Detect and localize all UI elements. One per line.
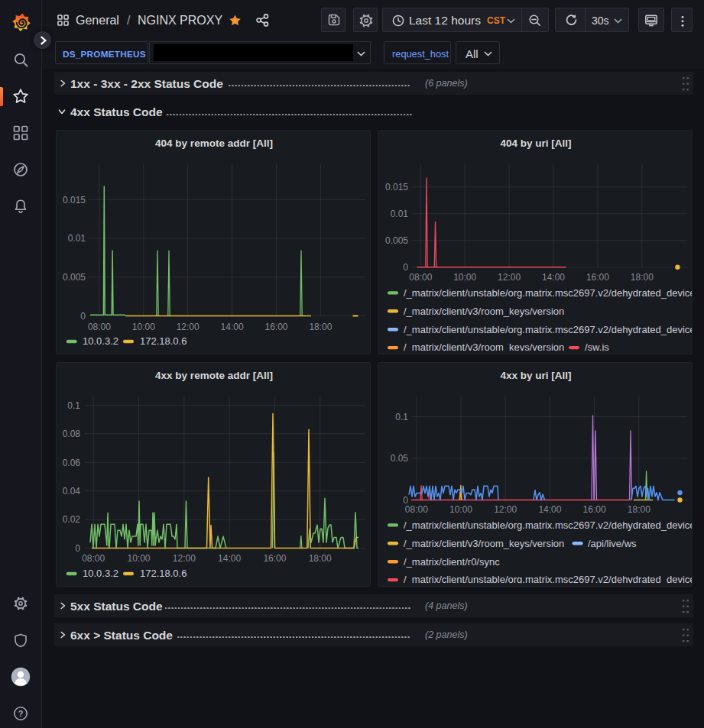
svg-text:/_matrix/client/r0/sync: /_matrix/client/r0/sync — [404, 556, 500, 568]
svg-text:18:00: 18:00 — [309, 322, 332, 332]
svg-text:0: 0 — [75, 543, 80, 554]
svg-text:/_matrix/client/v3/room_keys/v: /_matrix/client/v3/room_keys/version — [404, 538, 564, 549]
svg-text:0.05: 0.05 — [391, 453, 409, 464]
svg-text:10.0.3.2: 10.0.3.2 — [83, 335, 118, 347]
svg-text:10.0.3.2: 10.0.3.2 — [83, 568, 118, 579]
svg-text:0.01: 0.01 — [68, 233, 86, 244]
svg-text:/_matrix/client/unstable/org.m: /_matrix/client/unstable/org.matrix.msc2… — [404, 574, 693, 585]
svg-text:14:00: 14:00 — [218, 553, 241, 564]
svg-text:10:00: 10:00 — [132, 322, 155, 332]
svg-text:08:00: 08:00 — [409, 272, 432, 283]
svg-text:/_matrix/client/unstable/org.m: /_matrix/client/unstable/org.matrix.msc2… — [404, 519, 693, 531]
svg-text:18:00: 18:00 — [631, 272, 654, 283]
svg-text:0.08: 0.08 — [63, 429, 81, 439]
svg-text:0.01: 0.01 — [391, 209, 409, 219]
svg-text:0.04: 0.04 — [63, 486, 81, 497]
svg-text:0: 0 — [403, 262, 408, 273]
svg-text:/_matrix/client/unstable/org.m: /_matrix/client/unstable/org.matrix.msc2… — [404, 287, 693, 299]
svg-text:172.18.0.6: 172.18.0.6 — [140, 568, 187, 579]
svg-text:08:00: 08:00 — [405, 504, 428, 515]
svg-text:404 by uri [All]: 404 by uri [All] — [500, 138, 571, 149]
svg-text:/api/live/ws: /api/live/ws — [588, 538, 637, 549]
svg-text:/_matrix/client/v3/room_keys/v: /_matrix/client/v3/room_keys/version — [404, 306, 564, 317]
svg-text:08:00: 08:00 — [82, 553, 105, 564]
svg-text:14:00: 14:00 — [542, 272, 565, 283]
svg-text:12:00: 12:00 — [177, 322, 200, 332]
svg-text:16:00: 16:00 — [264, 322, 287, 332]
svg-text:0: 0 — [80, 311, 86, 322]
svg-text:/_matrix/client/unstable/org.m: /_matrix/client/unstable/org.matrix.msc2… — [404, 324, 693, 335]
svg-text:16:00: 16:00 — [263, 553, 286, 564]
svg-text:4xx by remote addr [All]: 4xx by remote addr [All] — [155, 370, 273, 381]
svg-text:08:00: 08:00 — [88, 322, 111, 332]
svg-text:12:00: 12:00 — [494, 504, 517, 515]
svg-text:0.06: 0.06 — [63, 458, 81, 468]
svg-text:16:00: 16:00 — [583, 504, 606, 515]
svg-text:16:00: 16:00 — [586, 272, 609, 283]
svg-text:/sw.js: /sw.js — [585, 341, 609, 353]
svg-text:14:00: 14:00 — [221, 322, 244, 332]
svg-text:0.015: 0.015 — [385, 182, 408, 193]
svg-text:18:00: 18:00 — [628, 504, 650, 515]
svg-text:0.1: 0.1 — [67, 400, 80, 411]
svg-text:10:00: 10:00 — [449, 504, 472, 515]
svg-text:18:00: 18:00 — [309, 553, 332, 564]
svg-text:404 by remote addr [All]: 404 by remote addr [All] — [155, 138, 273, 149]
svg-text:10:00: 10:00 — [127, 553, 150, 564]
svg-text:?: ? — [18, 709, 24, 718]
svg-text:172.18.0.6: 172.18.0.6 — [140, 335, 187, 347]
svg-text:14:00: 14:00 — [538, 504, 561, 515]
svg-text:12:00: 12:00 — [498, 272, 521, 283]
svg-text:0.015: 0.015 — [63, 195, 86, 205]
svg-text:0.005: 0.005 — [385, 235, 408, 246]
svg-text:0.02: 0.02 — [63, 514, 81, 525]
svg-text:4xx by uri [All]: 4xx by uri [All] — [500, 370, 571, 381]
svg-text:/_matrix/client/v3/room_keys/v: /_matrix/client/v3/room_keys/version — [404, 341, 564, 353]
svg-text:0.005: 0.005 — [63, 272, 86, 283]
svg-text:10:00: 10:00 — [453, 272, 476, 283]
svg-text:0.1: 0.1 — [395, 412, 408, 422]
svg-text:12:00: 12:00 — [173, 553, 196, 564]
